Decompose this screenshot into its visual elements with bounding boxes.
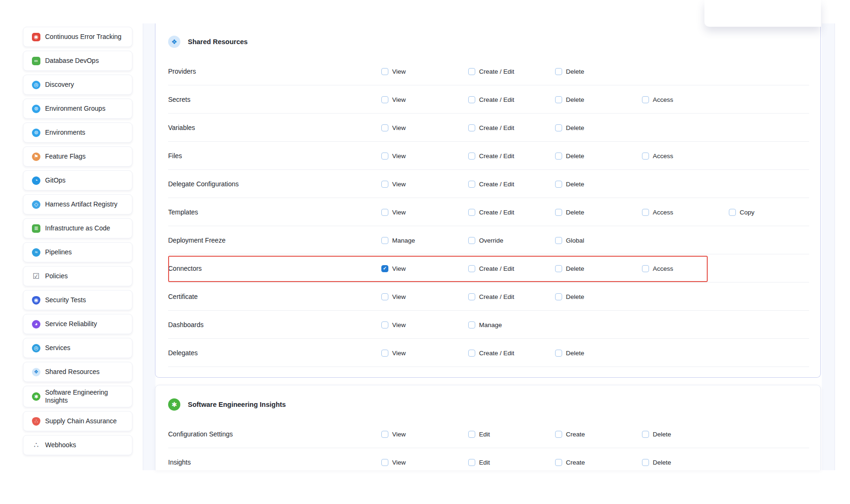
- sidebar-item-gitops[interactable]: ◔ GitOps: [23, 170, 132, 191]
- variables-create-edit-checkbox[interactable]: [468, 124, 475, 131]
- software-engineering-insights-section-icon: ✱: [168, 398, 180, 411]
- sidebar-item-security-tests[interactable]: ◉ Security Tests: [23, 290, 132, 310]
- connectors-view-checkbox[interactable]: ✓: [381, 265, 388, 272]
- delegate-configurations-create-edit-checkbox[interactable]: [468, 181, 475, 188]
- insights-delete-checkbox[interactable]: [642, 459, 649, 466]
- certificate-view-checkbox[interactable]: [381, 293, 388, 300]
- delegate-configurations-view-checkbox[interactable]: [381, 181, 388, 188]
- permission-row-deployment-freeze: Deployment Freeze Manage Override Global: [155, 226, 820, 254]
- environments-icon: ⊚: [32, 129, 40, 137]
- permission-label: Access: [653, 96, 673, 103]
- certificate-create-edit-checkbox[interactable]: [468, 293, 475, 300]
- delegates-view-checkbox[interactable]: [381, 350, 388, 357]
- files-view-checkbox[interactable]: [381, 153, 388, 160]
- permission-option: View: [381, 209, 468, 216]
- secrets-create-edit-checkbox[interactable]: [468, 96, 475, 103]
- permission-label: Override: [479, 237, 503, 244]
- templates-delete-checkbox[interactable]: [555, 209, 562, 216]
- sidebar-item-environments[interactable]: ⊚ Environments: [23, 122, 132, 143]
- sidebar-item-webhooks[interactable]: ∴ Webhooks: [23, 435, 132, 455]
- sidebar-item-label: Services: [45, 344, 70, 352]
- variables-delete-checkbox[interactable]: [555, 124, 562, 131]
- permission-label: View: [392, 459, 406, 466]
- permission-option: Delete: [555, 153, 642, 160]
- insights-create-checkbox[interactable]: [555, 459, 562, 466]
- permission-row-insights: Insights View Edit Create Delete: [155, 448, 820, 470]
- sidebar-item-services[interactable]: ◎ Services: [23, 338, 132, 358]
- permission-label: Delete: [566, 181, 584, 188]
- gitops-icon: ◔: [32, 176, 40, 185]
- sidebar-item-software-engineering-insights[interactable]: ✱ Software Engineering Insights: [23, 386, 132, 407]
- insights-view-checkbox[interactable]: [381, 459, 388, 466]
- providers-view-checkbox[interactable]: [381, 68, 388, 75]
- sidebar-item-service-reliability[interactable]: ◕ Service Reliability: [23, 314, 132, 334]
- files-create-edit-checkbox[interactable]: [468, 153, 475, 160]
- top-right-popover: [704, 0, 821, 27]
- files-access-checkbox[interactable]: [642, 153, 649, 160]
- resource-label: Connectors: [168, 265, 381, 272]
- content-right-scroll-gutter[interactable]: [822, 23, 835, 470]
- dashboards-view-checkbox[interactable]: [381, 321, 388, 328]
- templates-view-checkbox[interactable]: [381, 209, 388, 216]
- deployment-freeze-global-checkbox[interactable]: [555, 237, 562, 244]
- sidebar-item-policies[interactable]: ☑ Policies: [23, 266, 132, 286]
- connectors-access-checkbox[interactable]: [642, 265, 649, 272]
- connectors-delete-checkbox[interactable]: [555, 265, 562, 272]
- configuration-settings-edit-checkbox[interactable]: [468, 431, 475, 438]
- templates-create-edit-checkbox[interactable]: [468, 209, 475, 216]
- sidebar-item-discovery[interactable]: ◎ Discovery: [23, 75, 132, 95]
- permission-label: View: [392, 350, 406, 357]
- delegates-delete-checkbox[interactable]: [555, 350, 562, 357]
- sidebar-item-database-devops[interactable]: ∞ Database DevOps: [23, 51, 132, 71]
- sidebar-item-shared-resources[interactable]: ❖ Shared Resources: [23, 362, 132, 382]
- deployment-freeze-override-checkbox[interactable]: [468, 237, 475, 244]
- permission-option: View: [381, 459, 468, 466]
- permission-option: View: [381, 124, 468, 131]
- variables-view-checkbox[interactable]: [381, 124, 388, 131]
- sidebar-item-pipelines[interactable]: ≈ Pipelines: [23, 242, 132, 262]
- sidebar-item-label: Feature Flags: [45, 153, 85, 160]
- sidebar-item-feature-flags[interactable]: ⚑ Feature Flags: [23, 146, 132, 167]
- configuration-settings-view-checkbox[interactable]: [381, 431, 388, 438]
- templates-copy-checkbox[interactable]: [729, 209, 736, 216]
- permission-option: Delete: [642, 431, 729, 438]
- content-left-scroll-gutter[interactable]: [143, 23, 155, 470]
- supply-chain-assurance-icon: ∴: [32, 417, 40, 426]
- security-tests-icon: ◉: [32, 296, 40, 305]
- providers-create-edit-checkbox[interactable]: [468, 68, 475, 75]
- section-header: ✱ Software Engineering Insights: [155, 385, 820, 420]
- insights-edit-checkbox[interactable]: [468, 459, 475, 466]
- secrets-view-checkbox[interactable]: [381, 96, 388, 103]
- sidebar-item-supply-chain-assurance[interactable]: ∴ Supply Chain Assurance: [23, 411, 132, 431]
- discovery-icon: ◎: [32, 81, 40, 89]
- sidebar-item-harness-artifact-registry[interactable]: ◇ Harness Artifact Registry: [23, 194, 132, 214]
- sidebar-item-continuous-error-tracking[interactable]: ◉ Continuous Error Tracking: [23, 27, 132, 47]
- permission-label: Delete: [653, 459, 671, 466]
- secrets-delete-checkbox[interactable]: [555, 96, 562, 103]
- connectors-create-edit-checkbox[interactable]: [468, 265, 475, 272]
- providers-delete-checkbox[interactable]: [555, 68, 562, 75]
- sidebar-item-label: Software Engineering Insights: [45, 389, 126, 405]
- resource-category-sidebar: ◉ Continuous Error Tracking ∞ Database D…: [23, 27, 132, 455]
- certificate-delete-checkbox[interactable]: [555, 293, 562, 300]
- sidebar-item-environment-groups[interactable]: ⊛ Environment Groups: [23, 99, 132, 119]
- feature-flags-icon: ⚑: [32, 153, 40, 161]
- sidebar-item-infrastructure-as-code[interactable]: ≣ Infrastructure as Code: [23, 218, 132, 238]
- configuration-settings-create-checkbox[interactable]: [555, 431, 562, 438]
- permission-option: Create: [555, 431, 642, 438]
- templates-access-checkbox[interactable]: [642, 209, 649, 216]
- permission-option: Manage: [381, 237, 468, 244]
- permission-option: View: [381, 321, 468, 328]
- permission-label: Delete: [653, 431, 671, 438]
- delegates-create-edit-checkbox[interactable]: [468, 350, 475, 357]
- permission-option: Delete: [555, 265, 642, 272]
- dashboards-manage-checkbox[interactable]: [468, 321, 475, 328]
- resource-label: Variables: [168, 124, 381, 131]
- deployment-freeze-manage-checkbox[interactable]: [381, 237, 388, 244]
- permission-option: Copy: [729, 209, 816, 216]
- files-delete-checkbox[interactable]: [555, 153, 562, 160]
- delegate-configurations-delete-checkbox[interactable]: [555, 181, 562, 188]
- configuration-settings-delete-checkbox[interactable]: [642, 431, 649, 438]
- permission-label: View: [392, 209, 406, 216]
- secrets-access-checkbox[interactable]: [642, 96, 649, 103]
